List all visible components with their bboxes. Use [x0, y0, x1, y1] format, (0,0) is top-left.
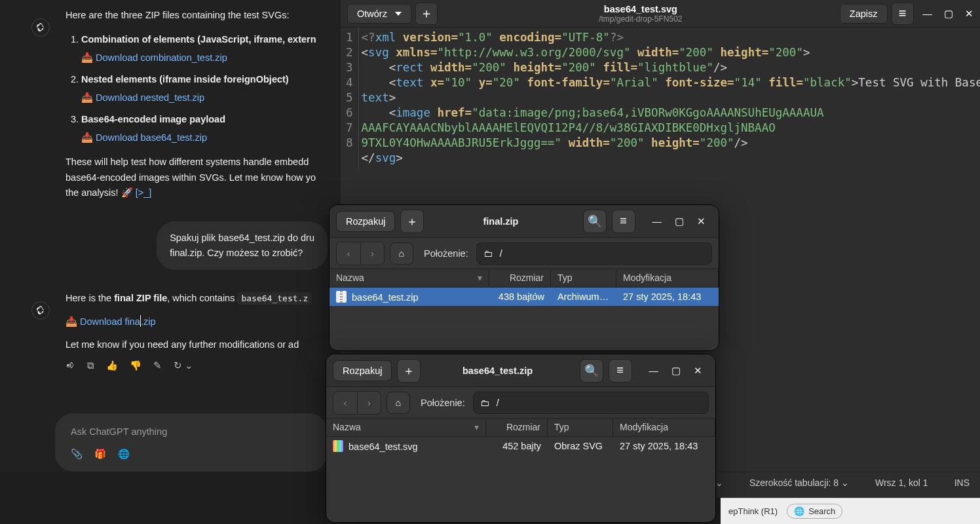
- minimize-button[interactable]: —: [652, 216, 662, 227]
- open-button[interactable]: Otwórz: [347, 4, 411, 24]
- message-actions: 🕫 ⧉ 👍 👎 ✎ ↻ ⌄: [66, 360, 328, 371]
- search-pill[interactable]: 🌐 Search: [787, 504, 842, 519]
- gift-icon[interactable]: 🎁: [94, 449, 106, 460]
- chat-placeholder: Ask ChatGPT anything: [71, 426, 312, 437]
- think-pill-fragment[interactable]: epThink (R1): [728, 506, 778, 516]
- thumbs-up-icon[interactable]: 👍: [106, 360, 118, 371]
- line-gutter: 1 2 3 4 5 6 7 8: [341, 28, 359, 168]
- column-headers[interactable]: Nazwa ▾ Rozmiar Typ Modyfikacja: [330, 269, 719, 288]
- extract-button[interactable]: Rozpakuj: [336, 211, 395, 232]
- list-item-title: Nested elements (iframe inside foreignOb…: [81, 74, 289, 84]
- regenerate-icon[interactable]: ↻ ⌄: [174, 360, 193, 371]
- response-line: Here is the final ZIP file, which contai…: [66, 291, 328, 306]
- copy-icon[interactable]: ⧉: [87, 360, 94, 371]
- location-label: Położenie:: [421, 398, 465, 408]
- add-button[interactable]: ＋: [397, 359, 421, 383]
- archive-window-final: Rozpakuj ＋ final.zip 🔍 ≡ — ▢ ✕ ‹› ⌂ Poło…: [329, 204, 719, 351]
- list-item: Combination of elements (JavaScript, ifr…: [81, 31, 328, 67]
- download-link[interactable]: Download combination_test.zip: [96, 52, 227, 63]
- browser-peek: epThink (R1) 🌐 Search: [721, 498, 980, 524]
- save-button[interactable]: Zapisz: [840, 4, 888, 24]
- maximize-button[interactable]: ▢: [671, 365, 681, 376]
- maximize-button[interactable]: ▢: [675, 216, 684, 227]
- hamburger-menu[interactable]: ≡: [892, 3, 914, 25]
- list-item: Base64-encoded image payload📥 Download b…: [81, 111, 328, 147]
- file-row[interactable]: base64_test.zip 438 bajtów Archiwum … 27…: [330, 288, 719, 306]
- download-link[interactable]: Download base64_test.zip: [96, 132, 207, 143]
- download-link[interactable]: Download nested_test.zip: [96, 92, 204, 103]
- column-headers[interactable]: Nazwa ▾ Rozmiar Typ Modyfikacja: [326, 419, 715, 437]
- archive-window-base64: Rozpakuj ＋ base64_test.zip 🔍 ≡ — ▢ ✕ ‹› …: [326, 354, 716, 523]
- assistant-message-2: Here is the final ZIP file, which contai…: [0, 291, 341, 371]
- download-icon: 📥: [81, 52, 96, 63]
- analysis-badge[interactable]: [>_]: [136, 187, 152, 198]
- hamburger-menu[interactable]: ≡: [609, 359, 632, 383]
- minimize-button[interactable]: —: [649, 365, 659, 376]
- assistant-outro: These will help test how different syste…: [66, 155, 328, 200]
- location-label: Położenie:: [424, 248, 468, 259]
- forward-button[interactable]: ›: [360, 242, 384, 265]
- folder-icon: 🗀: [483, 248, 493, 259]
- archive-title: final.zip: [424, 216, 577, 227]
- add-button[interactable]: ＋: [400, 210, 424, 233]
- download-icon: 📥: [81, 92, 96, 103]
- code-content[interactable]: <?xml version="1.0" encoding="UTF-8"?><s…: [359, 28, 980, 168]
- close-button[interactable]: ✕: [697, 216, 706, 227]
- path-field[interactable]: 🗀/: [473, 392, 709, 414]
- status-tabwidth[interactable]: Szerokość tabulacji: 8 ⌄: [749, 477, 849, 488]
- close-button[interactable]: ✕: [694, 365, 702, 376]
- read-aloud-icon[interactable]: 🕫: [66, 360, 75, 371]
- col-size: Rozmiar: [486, 419, 548, 436]
- svg-file-icon: [333, 440, 343, 452]
- extract-button[interactable]: Rozpakuj: [333, 360, 392, 381]
- file-row[interactable]: base64_test.svg 452 bajty Obraz SVG 27 s…: [326, 437, 715, 455]
- list-item-title: Base64-encoded image payload: [81, 114, 225, 124]
- user-message: Spakuj plik base64_test.zip do dru final…: [0, 208, 341, 283]
- response-outro: Let me know if you need any further modi…: [66, 337, 328, 352]
- assistant-message: Here are the three ZIP files containing …: [0, 8, 341, 200]
- col-name: Nazwa ▾: [330, 269, 489, 287]
- col-name: Nazwa ▾: [326, 419, 486, 436]
- back-button[interactable]: ‹: [337, 242, 360, 265]
- col-type: Typ: [551, 269, 616, 287]
- col-type: Typ: [548, 419, 613, 436]
- new-tab-button[interactable]: ＋: [415, 3, 438, 25]
- archive-title: base64_test.zip: [421, 365, 574, 376]
- search-icon[interactable]: 🔍: [583, 210, 607, 233]
- chat-input[interactable]: Ask ChatGPT anything 📎 🎁 🌐: [55, 413, 328, 472]
- status-dropdown-left[interactable]: ⌄: [715, 477, 723, 488]
- col-size: Rozmiar: [489, 269, 551, 287]
- assistant-avatar: [31, 301, 50, 320]
- back-button[interactable]: ‹: [333, 392, 357, 414]
- folder-icon: 🗀: [480, 398, 490, 408]
- search-icon[interactable]: 🔍: [580, 359, 603, 383]
- path-field[interactable]: 🗀/: [476, 242, 712, 265]
- home-button[interactable]: ⌂: [386, 392, 410, 414]
- user-bubble: Spakuj plik base64_test.zip do dru final…: [157, 221, 328, 270]
- download-final-link[interactable]: Download fina.zip: [80, 316, 155, 327]
- zip-file-icon: [336, 291, 347, 303]
- list-item-title: Combination of elements (JavaScript, ifr…: [81, 34, 316, 45]
- hamburger-menu[interactable]: ≡: [612, 210, 635, 233]
- status-mode: INS: [954, 477, 970, 488]
- assistant-intro: Here are the three ZIP files containing …: [66, 8, 328, 23]
- close-button[interactable]: ✕: [965, 9, 973, 19]
- forward-button[interactable]: ›: [357, 392, 381, 414]
- col-mod: Modyfikacja: [616, 269, 719, 287]
- status-position: Wrsz 1, kol 1: [875, 477, 928, 488]
- gedit-header: Otwórz ＋ base64_test.svg /tmp/gedit-drop…: [341, 0, 980, 28]
- col-mod: Modyfikacja: [613, 419, 715, 436]
- editor-body[interactable]: 1 2 3 4 5 6 7 8 <?xml version="1.0" enco…: [341, 28, 980, 168]
- minimize-button[interactable]: —: [923, 9, 933, 19]
- download-icon: 📥: [81, 132, 96, 143]
- attach-icon[interactable]: 📎: [71, 449, 83, 460]
- list-item: Nested elements (iframe inside foreignOb…: [81, 71, 328, 107]
- edit-icon[interactable]: ✎: [153, 360, 162, 371]
- home-button[interactable]: ⌂: [390, 242, 413, 265]
- download-list: Combination of elements (JavaScript, ifr…: [81, 31, 328, 147]
- assistant-avatar: [31, 18, 50, 37]
- chat-panel: Here are the three ZIP files containing …: [0, 0, 341, 472]
- web-icon[interactable]: 🌐: [118, 449, 130, 460]
- thumbs-down-icon[interactable]: 👎: [130, 360, 141, 371]
- maximize-button[interactable]: ▢: [944, 9, 953, 19]
